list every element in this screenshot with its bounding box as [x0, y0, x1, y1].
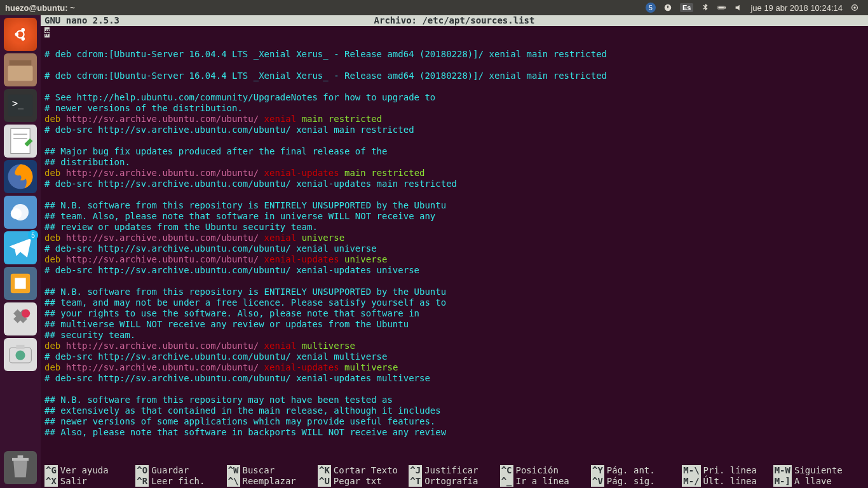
editor-line: ## distribution. — [44, 157, 864, 168]
editor-line — [44, 60, 864, 71]
footer-shortcut: ^CPosición — [500, 465, 591, 476]
editor-line: ## security team. — [44, 330, 864, 341]
editor-line: ## team. Also, please note that software… — [44, 211, 864, 222]
trash-icon[interactable] — [4, 451, 37, 484]
telegram-icon[interactable]: 5 — [4, 231, 37, 264]
svg-rect-13 — [11, 129, 30, 154]
nano-footer: ^GVer ayuda^OGuardar^WBuscar^KCortar Tex… — [41, 465, 868, 488]
weather-icon[interactable] — [4, 196, 37, 229]
footer-shortcut: ^YPág. ant. — [591, 465, 682, 476]
volume-icon[interactable] — [734, 3, 743, 12]
editor-line: ## N.B. software from this repository ma… — [44, 395, 864, 405]
svg-rect-2 — [719, 7, 724, 8]
editor-line: ## your rights to use the software. Also… — [44, 308, 864, 319]
footer-shortcut: ^GVer ayuda — [44, 465, 135, 476]
terminal-icon[interactable]: >_ — [4, 89, 37, 122]
editor-line: # See http://help.ubuntu.com/community/U… — [44, 92, 864, 103]
language-indicator[interactable]: Es — [680, 3, 693, 12]
editor-line — [44, 38, 864, 49]
footer-shortcut: ^KCortar Texto — [318, 465, 409, 476]
editor-line: deb http://sv.archive.ubuntu.com/ubuntu/… — [44, 233, 864, 243]
footer-shortcut: ^XSalir — [44, 476, 135, 487]
svg-point-21 — [22, 309, 30, 318]
editor-line: # deb-src http://sv.archive.ubuntu.com/u… — [44, 265, 864, 276]
editor-line: ## multiverse WILL NOT receive any revie… — [44, 319, 864, 330]
svg-rect-24 — [17, 345, 25, 349]
screenshot-icon[interactable] — [4, 338, 37, 371]
unity-launcher: >_ 5 — [0, 15, 41, 488]
footer-row: ^GVer ayuda^OGuardar^WBuscar^KCortar Tex… — [44, 465, 864, 476]
svg-text:>_: >_ — [12, 98, 24, 109]
editor-line: ## extensively as that contained in the … — [44, 405, 864, 416]
footer-shortcut: ^TOrtografía — [409, 476, 499, 487]
editor-line: ## N.B. software from this repository is… — [44, 287, 864, 297]
svg-rect-1 — [725, 7, 726, 8]
editor-line: # deb cdrom:[Ubuntu-Server 16.04.4 LTS _… — [44, 71, 864, 81]
footer-shortcut: ^JJustificar — [409, 465, 499, 476]
footer-shortcut: ^_Ir a línea — [500, 476, 591, 487]
editor-line: # — [44, 27, 864, 38]
svg-rect-25 — [12, 458, 29, 461]
footer-shortcut: ^UPegar txt — [318, 476, 409, 487]
editor-line: deb http://sv.archive.ubuntu.com/ubuntu/… — [44, 254, 864, 265]
svg-point-18 — [11, 208, 22, 219]
nano-header: GNU nano 2.5.3 Archivo: /etc/apt/sources… — [41, 15, 868, 26]
footer-shortcut: M-WSiguiente — [773, 465, 864, 476]
footer-shortcut: ^RLeer fich. — [135, 476, 226, 487]
editor-line: ## review or updates from the Ubuntu sec… — [44, 222, 864, 233]
editor-content[interactable]: # # deb cdrom:[Ubuntu-Server 16.04.4 LTS… — [41, 26, 868, 465]
footer-shortcut: M-\Pri. línea — [682, 465, 773, 476]
editor-line: # deb-src http://sv.archive.ubuntu.com/u… — [44, 373, 864, 384]
editor-line: # deb-src http://sv.archive.ubuntu.com/u… — [44, 243, 864, 254]
editor-line: ## N.B. software from this repository is… — [44, 200, 864, 211]
editor-line: deb http://sv.archive.ubuntu.com/ubuntu/… — [44, 114, 864, 125]
editor-line — [44, 189, 864, 200]
svg-rect-9 — [10, 60, 32, 66]
footer-shortcut: ^\Reemplazar — [227, 476, 318, 487]
vmware-icon[interactable] — [4, 267, 37, 300]
editor-line: # deb-src http://sv.archive.ubuntu.com/u… — [44, 179, 864, 189]
footer-shortcut: M-/Últ. línea — [682, 476, 773, 487]
footer-shortcut: ^OGuardar — [135, 465, 226, 476]
svg-rect-20 — [15, 278, 25, 288]
editor-line: # deb cdrom:[Ubuntu-Server 16.04.4 LTS _… — [44, 49, 864, 60]
footer-shortcut: ^WBuscar — [227, 465, 318, 476]
editor-line: # deb-src http://sv.archive.ubuntu.com/u… — [44, 351, 864, 362]
svg-rect-26 — [18, 456, 24, 458]
network-icon[interactable] — [663, 3, 672, 12]
editor-line: # newer versions of the distribution. — [44, 103, 864, 114]
terminal-window[interactable]: GNU nano 2.5.3 Archivo: /etc/apt/sources… — [41, 15, 868, 488]
editor-line: ## Major bug fix updates produced after … — [44, 146, 864, 157]
editor-line — [44, 135, 864, 146]
files-icon[interactable] — [4, 53, 37, 86]
nano-file-path: Archivo: /etc/apt/sources.list — [119, 15, 789, 26]
footer-row: ^XSalir^RLeer fich.^\Reemplazar^UPegar t… — [44, 476, 864, 487]
editor-line — [44, 384, 864, 395]
editor-line: ## newer versions of some applications w… — [44, 416, 864, 427]
editor-line: ## team, and may not be under a free lic… — [44, 297, 864, 308]
firefox-icon[interactable] — [4, 160, 37, 193]
editor-line: deb http://sv.archive.ubuntu.com/ubuntu/… — [44, 168, 864, 179]
footer-shortcut: M-]A llave — [773, 476, 864, 487]
clock[interactable]: jue 19 abr 2018 10:24:14 — [750, 3, 843, 13]
editor-line: ## Also, please note that software in ba… — [44, 427, 864, 438]
session-icon[interactable] — [850, 3, 859, 12]
svg-point-4 — [853, 6, 856, 9]
battery-icon[interactable] — [717, 3, 726, 12]
editor-line: deb http://sv.archive.ubuntu.com/ubuntu/… — [44, 362, 864, 373]
window-title: huezo@ubuntu: ~ — [5, 3, 75, 13]
text-editor-icon[interactable] — [4, 125, 37, 158]
bluetooth-icon[interactable] — [701, 3, 710, 12]
editor-line — [44, 276, 864, 287]
editor-line: # deb-src http://sv.archive.ubuntu.com/u… — [44, 125, 864, 135]
top-panel: huezo@ubuntu: ~ 5 Es jue 19 abr 2018 10:… — [0, 0, 868, 15]
footer-shortcut: ^VPág. sig. — [591, 476, 682, 487]
svg-point-23 — [15, 351, 25, 360]
workspace-indicator[interactable]: 5 — [646, 3, 656, 13]
editor-line — [44, 81, 864, 92]
nano-app-name: GNU nano 2.5.3 — [44, 15, 119, 26]
settings-icon[interactable] — [4, 302, 37, 336]
editor-line: deb http://sv.archive.ubuntu.com/ubuntu/… — [44, 341, 864, 351]
svg-rect-10 — [8, 66, 33, 81]
dash-icon[interactable] — [4, 18, 37, 51]
